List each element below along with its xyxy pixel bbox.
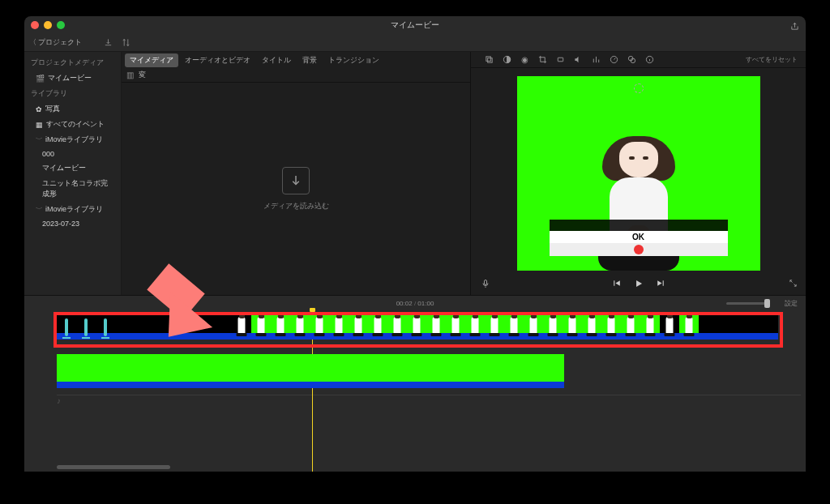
flower-icon: ✿ — [36, 105, 42, 113]
share-icon[interactable] — [790, 19, 799, 34]
fullscreen-icon[interactable] — [789, 279, 798, 290]
volume-icon[interactable] — [573, 55, 583, 65]
next-button[interactable] — [656, 278, 666, 291]
sidebar-item-project[interactable]: 🎬 マイムービー — [24, 70, 121, 86]
browser-title: 変 — [139, 70, 146, 80]
audio-track[interactable]: ♪ — [57, 395, 801, 406]
sidebar-item-event[interactable]: 2023-07-23 — [24, 217, 121, 230]
sidebar-item-event[interactable]: ユニット名コラボ完成形 — [24, 176, 121, 202]
svg-rect-0 — [486, 57, 490, 62]
ok-button: OK — [550, 231, 728, 243]
arrows-icon[interactable] — [121, 38, 130, 48]
timeline-scrollbar[interactable] — [57, 465, 170, 469]
sidebar-head-library: ライブラリ — [24, 86, 121, 101]
svg-rect-8 — [485, 280, 487, 284]
browser-header: ▥ 変 — [122, 68, 470, 83]
timeline-header: 00:02 / 01:00 設定 — [24, 296, 806, 310]
record-icon — [634, 245, 644, 254]
color-wheel-icon[interactable]: ◉ — [520, 55, 529, 65]
sidebar-item-photos[interactable]: ✿ 写真 — [24, 101, 121, 117]
import-icon[interactable] — [103, 38, 113, 48]
play-button[interactable] — [633, 278, 644, 292]
view-mode-icon[interactable]: ▥ — [126, 70, 134, 79]
chevron-down-icon: ﹀ — [36, 204, 42, 215]
video-clip-primary[interactable] — [57, 354, 564, 388]
layers-icon[interactable] — [484, 55, 494, 65]
preview-panel: ◉ すべてをリセット — [470, 52, 806, 295]
film-icon: 🎬 — [36, 75, 45, 83]
sidebar-item-library2[interactable]: ﹀ iMovieライブラリ — [24, 202, 121, 217]
back-label: プロジェクト — [38, 37, 82, 48]
primary-storyline — [57, 354, 801, 391]
app-window: マイムービー 〈 プロジェクト プロジェクトメディア 🎬 マイムービー ラ — [24, 16, 806, 472]
preview-frame: OK — [517, 76, 760, 271]
svg-rect-1 — [487, 58, 492, 63]
color-balance-icon[interactable] — [502, 55, 511, 65]
import-media-button[interactable] — [282, 167, 310, 194]
chevron-down-icon: ﹀ — [36, 135, 42, 145]
media-browser: マイメディア オーディオとビデオ タイトル 背景 トランジション ▥ 変 メディ… — [122, 52, 470, 295]
video-preview[interactable]: OK — [471, 68, 806, 274]
equalizer-icon[interactable] — [591, 55, 601, 65]
crop-icon[interactable] — [537, 55, 547, 65]
timeline: 00:02 / 01:00 設定 — [24, 295, 806, 472]
tab-my-media[interactable]: マイメディア — [125, 53, 178, 67]
media-tabs: マイメディア オーディオとビデオ タイトル 背景 トランジション — [122, 52, 470, 68]
grid-icon: ▦ — [36, 121, 43, 129]
titlebar: マイムービー — [24, 16, 806, 34]
sidebar-head-project-media: プロジェクトメディア — [24, 55, 121, 70]
tab-titles[interactable]: タイトル — [257, 53, 296, 67]
overlay-ui: OK — [550, 220, 728, 256]
timecode: 00:02 / 01:00 — [396, 300, 434, 307]
zoom-slider[interactable] — [726, 302, 770, 305]
sidebar-item-library1[interactable]: ﹀ iMovieライブラリ — [24, 132, 121, 147]
toolbar: 〈 プロジェクト — [24, 34, 806, 52]
tab-transitions[interactable]: トランジション — [323, 53, 384, 67]
player-controls — [471, 274, 806, 295]
sidebar-item-event[interactable]: マイムービー — [24, 160, 121, 176]
adjust-toolbar: ◉ すべてをリセット — [471, 52, 806, 68]
info-icon[interactable] — [644, 55, 654, 65]
voiceover-icon[interactable] — [481, 279, 490, 291]
chevron-left-icon: 〈 — [29, 37, 36, 48]
stabilize-icon[interactable] — [555, 55, 565, 65]
filter-icon[interactable] — [627, 55, 636, 65]
reset-all-button[interactable]: すべてをリセット — [746, 55, 798, 64]
browser-body: メディアを読み込む — [122, 83, 470, 295]
window-title: マイムービー — [24, 19, 806, 31]
tab-backgrounds[interactable]: 背景 — [297, 53, 322, 67]
speed-icon[interactable] — [609, 55, 618, 65]
sidebar-item-all-events[interactable]: ▦ すべてのイベント — [24, 117, 121, 132]
import-label: メディアを読み込む — [263, 201, 329, 211]
loading-spinner-icon — [633, 83, 644, 94]
tab-audio-video[interactable]: オーディオとビデオ — [180, 53, 255, 67]
timeline-settings-button[interactable]: 設定 — [785, 299, 798, 308]
back-button[interactable]: 〈 プロジェクト — [29, 37, 82, 48]
content-upper: プロジェクトメディア 🎬 マイムービー ライブラリ ✿ 写真 ▦ すべてのイベン… — [24, 52, 806, 295]
sidebar: プロジェクトメディア 🎬 マイムービー ライブラリ ✿ 写真 ▦ すべてのイベン… — [24, 52, 122, 295]
svg-rect-3 — [558, 58, 563, 62]
prev-button[interactable] — [611, 278, 622, 291]
sidebar-item-event[interactable]: 000 — [24, 147, 121, 160]
tracks-area[interactable]: ♪ — [24, 310, 806, 472]
